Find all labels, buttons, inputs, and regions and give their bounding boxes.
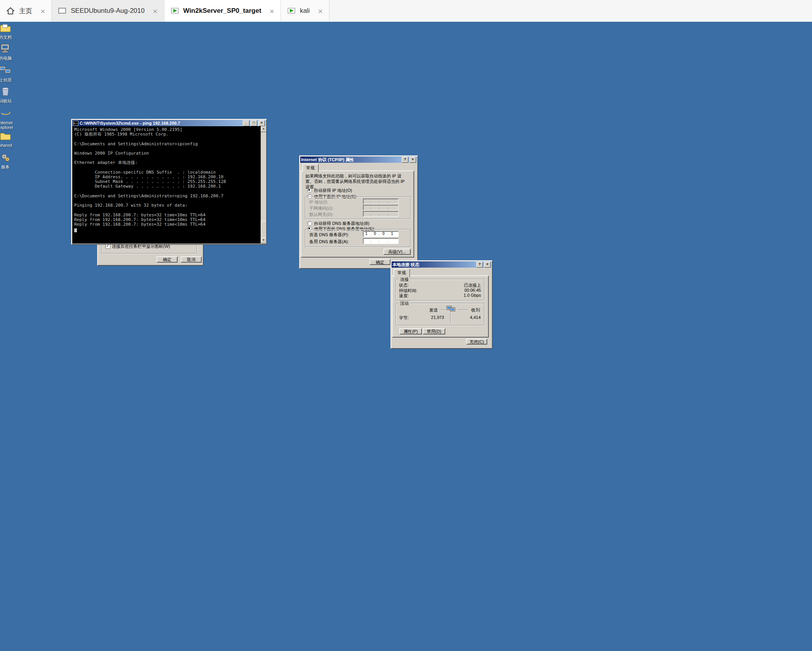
ip-fields-groupbox: IP 地址(I): ... 子网掩码(U): ... 默认网关(D): ... [305,197,411,219]
bytes-received-value: 4,414 [470,315,481,320]
desktop-icon-my-computer[interactable]: 的电脑 [0,44,16,61]
properties-button[interactable]: 属性(P) [399,328,422,334]
tab-win2kserver[interactable]: Win2kServer_SP0_target × [164,0,281,22]
status-tab-page: 连接 状态: 已连接上 持续时间: 00:06:45 速度: 1.0 Gbps … [392,275,489,338]
help-icon[interactable]: ? [402,157,408,163]
maximize-icon[interactable]: □ [251,120,257,126]
services-icon [0,157,10,164]
vm-stopped-icon [58,7,66,14]
my-documents-folder-icon [0,27,11,34]
tcpip-dialog-title: Internet 协议 (TCP/IP) 属性 [301,157,401,163]
bytes-label: 字节: [399,315,409,321]
auto-dns-radio-label: 自动获得 DNS 服务器地址(B) [314,221,369,226]
terminal-output: Microsoft Windows 2000 [Version 5.00.219… [72,126,266,227]
close-icon[interactable]: × [318,7,322,15]
status-dialog-title: 本地连接 状态 [392,262,475,268]
status-value: 已连接上 [464,282,481,288]
tab-label: 主页 [19,7,32,16]
subnet-mask-label: 子网掩码(U): [309,205,333,211]
terminal-scrollbar[interactable]: ▲ ▼ [261,126,266,244]
auto-ip-radio-label: 自动获得 IP 地址(O) [314,188,352,193]
status-label: 状态: [399,282,409,288]
subnet-mask-field[interactable]: ... [363,205,399,211]
win2k-desktop: 的文档 的电脑 上邻居 回收站 e Internet Explorer shar… [0,22,812,651]
tab-general[interactable]: 常规 [394,269,410,277]
vm-running-icon [287,7,296,14]
tcpip-properties-dialog: Internet 协议 (TCP/IP) 属性 ? × 常规 如果网络支持此功能… [299,155,418,269]
close-icon[interactable]: × [40,7,45,15]
close-icon[interactable]: × [153,7,157,15]
internet-explorer-icon: e [0,113,10,119]
close-icon[interactable]: × [270,7,274,15]
duration-value: 00:06:45 [464,288,481,292]
desktop-icon-label: 的文档 [0,35,16,40]
status-titlebar[interactable]: 本地连接 状态 ? × [392,261,491,268]
ip-address-field[interactable]: ... [363,198,399,204]
home-icon [6,7,15,15]
sent-label: 发送 [429,307,438,313]
activity-group-label: 活动 [399,301,410,306]
shared-folder-icon [0,135,11,142]
tab-seedubuntu[interactable]: SEEDUbuntu9-Aug-2010 × [52,0,164,22]
tab-label: SEEDUbuntu9-Aug-2010 [71,7,145,15]
speed-value: 1.0 Gbps [464,293,481,298]
desktop-icon-internet-explorer[interactable]: e Internet Explorer [0,108,16,130]
bytes-sent-value: 21,973 [421,315,444,320]
terminal-body[interactable]: Microsoft Windows 2000 [Version 5.00.219… [72,126,266,244]
recycle-bin-icon [1,91,10,97]
vm-running-icon [171,7,179,14]
desktop-icon-network-places[interactable]: 上邻居 [0,65,16,82]
activity-computers-icon [446,305,456,314]
tab-label: kali [300,7,310,15]
scrollbar-thumb[interactable] [261,221,266,238]
sent-line [439,310,446,310]
default-gateway-field[interactable]: ... [363,211,399,217]
connection-group-label: 连接 [399,277,410,282]
activity-divider [450,313,451,323]
tcpip-titlebar[interactable]: Internet 协议 (TCP/IP) 属性 ? × [300,157,417,163]
cmd-prompt-icon: C:\ [73,121,78,126]
received-line [457,310,468,310]
vm-console-tab-bar: 主页 × SEEDUbuntu9-Aug-2010 × Win2kServer_… [0,0,812,22]
ok-button[interactable]: 确定 [157,256,178,263]
tab-general[interactable]: 常规 [302,164,319,172]
network-icon [0,70,11,77]
desktop-icon-shared[interactable]: shared [0,131,16,148]
desktop-icon-label: 回收站 [0,99,16,103]
preferred-dns-field[interactable]: 1.0.0.1 [363,231,399,237]
tab-label: Win2kServer_SP0_target [183,7,261,15]
desktop-icon-label: 的电脑 [0,56,16,61]
desktop-icon-label: shared [0,143,16,148]
tab-kali[interactable]: kali × [281,0,329,22]
desktop-icon-services[interactable]: 服务 [0,152,16,169]
disable-button[interactable]: 禁用(D) [423,328,445,334]
tcpip-intro-text: 如果网络支持此功能，则可以获取自动指派的 IP 设置。否则，您需要从网络系统管理… [305,173,409,190]
auto-ip-radio[interactable] [307,188,312,193]
close-icon[interactable]: × [258,120,265,126]
minimize-icon[interactable]: _ [243,120,249,126]
tab-home[interactable]: 主页 × [0,0,52,22]
advanced-button[interactable]: 高级(V)... [383,249,411,255]
activity-groupbox: 活动 发送 收到 字节: 21,973 4,414 [396,303,484,326]
dns-fields-groupbox: 首选 DNS 服务器(P): 1.0.0.1 备用 DNS 服务器(A): ..… [305,229,411,247]
speed-label: 速度: [399,293,409,299]
alternate-dns-field[interactable]: ... [363,238,399,244]
cmd-titlebar[interactable]: C:\ C:\WINNT\System32\cmd.exe - ping 192… [72,120,266,126]
help-icon[interactable]: ? [476,262,483,268]
close-button[interactable]: 关闭(C) [466,339,487,345]
ok-button[interactable]: 确定 [369,259,390,265]
scroll-up-icon[interactable]: ▲ [261,126,266,132]
close-icon[interactable]: × [409,157,416,163]
default-gateway-label: 默认网关(D): [309,212,333,218]
scroll-down-icon[interactable]: ▼ [261,238,266,244]
auto-dns-radio[interactable] [307,221,312,226]
desktop-icon-label: 服务 [0,165,16,169]
preferred-dns-label: 首选 DNS 服务器(P): [309,232,349,238]
ip-address-label: IP 地址(I): [309,199,328,205]
cancel-button[interactable]: 取消 [181,256,202,263]
desktop-icon-recycle-bin[interactable]: 回收站 [0,86,16,103]
desktop-icon-my-documents[interactable]: 的文档 [0,23,16,40]
received-label: 收到 [471,307,480,313]
svg-text:e: e [2,108,6,118]
close-icon[interactable]: × [484,262,491,268]
